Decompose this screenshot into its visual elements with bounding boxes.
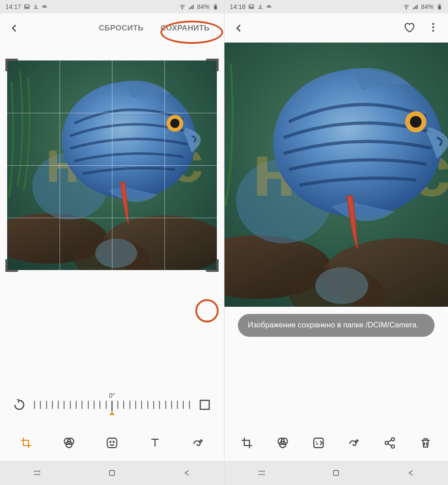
svg-rect-12 — [25, 5, 30, 9]
battery-icon — [212, 4, 219, 10]
svg-point-45 — [392, 438, 395, 441]
nav-home[interactable] — [99, 464, 125, 482]
status-battery: 84% — [421, 3, 434, 10]
svg-rect-25 — [108, 438, 117, 448]
rotation-slider[interactable]: 0° — [34, 394, 190, 416]
status-bar: 14:17 84% — [0, 0, 224, 13]
crop-handle-tr[interactable] — [206, 59, 219, 71]
svg-rect-28 — [109, 471, 114, 476]
favorite-button[interactable] — [403, 21, 415, 35]
svg-point-46 — [385, 442, 388, 445]
svg-rect-17 — [193, 4, 194, 9]
svg-rect-16 — [192, 6, 193, 9]
nav-back[interactable] — [397, 464, 424, 482]
status-bar: 14:18 84% — [224, 0, 448, 13]
back-button[interactable] — [233, 23, 244, 34]
viewer-lower-area: Изображение сохранено в папке /DCIM/Came… — [224, 307, 448, 425]
signal-icon — [188, 4, 194, 10]
edit-crop-button[interactable] — [237, 433, 257, 453]
svg-point-47 — [392, 445, 395, 448]
image-viewport[interactable] — [224, 43, 448, 307]
share-button[interactable] — [380, 433, 400, 453]
viewer-header — [224, 13, 448, 43]
signal-icon — [412, 4, 418, 10]
viewer-toolbar — [224, 425, 448, 461]
crop-handle-br[interactable] — [206, 259, 219, 272]
svg-rect-20 — [215, 4, 216, 4]
svg-point-13 — [182, 9, 182, 9]
rotation-degree-label: 0° — [109, 392, 115, 399]
wifi-icon — [179, 4, 185, 10]
svg-rect-33 — [416, 6, 417, 9]
svg-point-40 — [432, 30, 434, 31]
wifi-icon — [403, 4, 409, 10]
system-nav-bar — [224, 461, 448, 485]
crop-frame[interactable] — [7, 60, 217, 270]
nav-home[interactable] — [323, 464, 349, 482]
status-battery: 84% — [197, 3, 210, 10]
nav-back[interactable] — [173, 464, 200, 482]
nav-recents[interactable] — [24, 464, 51, 482]
svg-point-27 — [113, 442, 114, 442]
svg-point-26 — [110, 442, 111, 442]
draw-tool[interactable] — [188, 433, 208, 453]
nav-recents[interactable] — [248, 464, 275, 482]
more-button[interactable] — [427, 21, 439, 35]
status-time: 14:17 — [5, 3, 21, 10]
svg-rect-15 — [190, 7, 191, 9]
crop-handle-tl[interactable] — [5, 59, 18, 71]
draw-button[interactable] — [344, 433, 364, 453]
filters-tool[interactable] — [59, 433, 79, 453]
svg-rect-48 — [334, 471, 339, 476]
aspect-ratio-button[interactable] — [198, 398, 211, 412]
back-button[interactable] — [9, 23, 20, 34]
svg-rect-31 — [413, 8, 414, 9]
download-icon — [33, 4, 39, 10]
svg-rect-29 — [249, 5, 254, 9]
svg-point-39 — [432, 26, 434, 28]
download-icon — [257, 4, 263, 10]
cloud-icon — [266, 4, 272, 10]
crop-canvas — [0, 60, 224, 385]
system-nav-bar — [0, 461, 224, 485]
gallery-icon — [248, 4, 254, 10]
battery-icon — [436, 4, 443, 10]
svg-point-38 — [432, 23, 434, 25]
toast-message: Изображение сохранено в папке /DCIM/Came… — [238, 314, 435, 337]
save-button[interactable]: СОХРАНИТЬ — [155, 21, 215, 35]
editor-header: СБРОСИТЬ СОХРАНИТЬ — [0, 13, 224, 43]
svg-rect-37 — [439, 4, 440, 4]
svg-rect-21 — [200, 400, 209, 409]
crop-tool[interactable] — [16, 433, 36, 453]
text-tool[interactable] — [145, 433, 165, 453]
editor-toolbar — [0, 425, 224, 461]
svg-rect-19 — [215, 6, 216, 9]
reset-button[interactable]: СБРОСИТЬ — [94, 21, 149, 35]
rotation-ruler-row: 0° — [0, 385, 224, 425]
image-content — [224, 43, 448, 307]
svg-rect-36 — [439, 6, 440, 9]
editor-pane: 14:17 84% СБРОСИТЬ СОХРАНИТЬ — [0, 0, 224, 485]
sticker-tool[interactable] — [102, 433, 122, 453]
svg-rect-34 — [417, 4, 418, 9]
rotation-pointer — [109, 412, 115, 415]
svg-rect-14 — [189, 8, 190, 9]
svg-rect-32 — [414, 7, 415, 9]
status-time: 14:18 — [230, 3, 246, 10]
crop-handle-bl[interactable] — [5, 259, 18, 272]
gallery-icon — [24, 4, 30, 10]
image-preview — [7, 60, 217, 270]
filters-button[interactable] — [273, 433, 293, 453]
svg-point-30 — [406, 9, 406, 9]
viewer-pane: 14:18 84% — [224, 0, 448, 485]
smart-sticker-button[interactable] — [309, 433, 328, 453]
delete-button[interactable] — [416, 433, 435, 453]
cloud-icon — [42, 4, 48, 10]
rotate-90-button[interactable] — [13, 398, 26, 412]
